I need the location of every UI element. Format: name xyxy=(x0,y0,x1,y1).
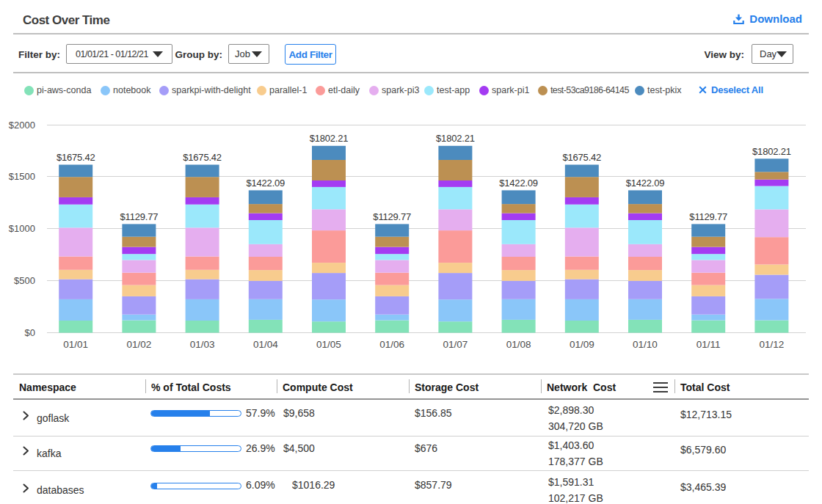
svg-text:01/07: 01/07 xyxy=(443,339,468,350)
svg-text:$1000: $1000 xyxy=(9,223,35,234)
svg-text:01/04: 01/04 xyxy=(253,339,278,350)
svg-text:01/11: 01/11 xyxy=(696,339,721,350)
svg-text:01/12: 01/12 xyxy=(760,339,785,350)
svg-text:$1675.42: $1675.42 xyxy=(183,152,222,163)
svg-text:$1422.09: $1422.09 xyxy=(626,178,665,189)
svg-text:01/09: 01/09 xyxy=(570,339,594,350)
svg-text:$0: $0 xyxy=(25,327,35,338)
svg-text:$1675.42: $1675.42 xyxy=(562,152,601,163)
svg-text:01/05: 01/05 xyxy=(316,339,341,350)
svg-text:01/06: 01/06 xyxy=(379,339,404,350)
svg-text:$1802.21: $1802.21 xyxy=(752,146,791,157)
svg-text:01/08: 01/08 xyxy=(506,339,531,350)
svg-text:$1129.77: $1129.77 xyxy=(689,211,727,222)
svg-text:01/02: 01/02 xyxy=(127,339,152,350)
svg-text:$500: $500 xyxy=(14,275,35,286)
svg-text:$1802.21: $1802.21 xyxy=(436,133,475,144)
svg-text:$1422.09: $1422.09 xyxy=(246,178,285,189)
svg-text:01/03: 01/03 xyxy=(190,339,215,350)
svg-text:$1129.77: $1129.77 xyxy=(120,211,159,222)
svg-text:01/10: 01/10 xyxy=(633,339,658,350)
svg-text:$1422.09: $1422.09 xyxy=(499,178,538,189)
svg-text:01/01: 01/01 xyxy=(63,339,88,350)
svg-text:$1802.21: $1802.21 xyxy=(310,133,349,144)
svg-text:$1500: $1500 xyxy=(9,171,35,182)
svg-text:$2000: $2000 xyxy=(9,120,35,131)
svg-text:$1129.77: $1129.77 xyxy=(373,211,411,222)
svg-text:$1675.42: $1675.42 xyxy=(57,152,95,163)
